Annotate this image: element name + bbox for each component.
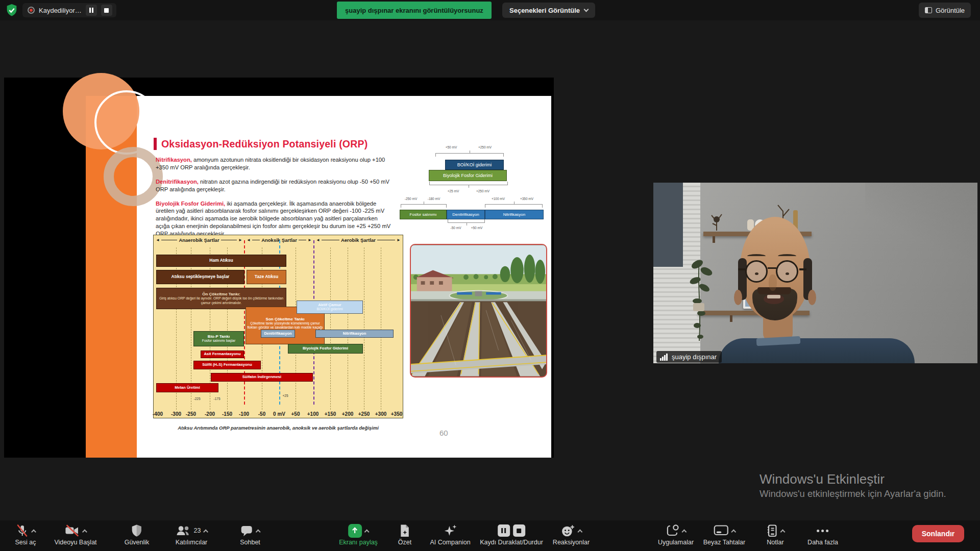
- end-meeting-button[interactable]: Sonlandır: [912, 525, 964, 542]
- camera-muted-icon: [64, 524, 80, 537]
- record-icon: [28, 7, 35, 14]
- audio-level-icon: [660, 353, 668, 361]
- toolbar-item-notes[interactable]: Notlar: [766, 523, 785, 546]
- chevron-down-icon: [584, 7, 589, 12]
- toolbar-item-audio[interactable]: Sesi aç: [15, 523, 36, 546]
- toolbar-item-reactions[interactable]: Reaksiyonlar: [553, 523, 590, 546]
- toolbar-item-summary[interactable]: Özet: [398, 523, 411, 546]
- title-accent-bar: [154, 138, 157, 150]
- presentation-slide: Oksidasyon-Redüksiyon Potansiyeli (ORP) …: [86, 96, 551, 458]
- slide-body-text: Nitrifikasyon, amonyum azotunun nitrata …: [156, 156, 391, 244]
- axis-tick: -150: [222, 411, 232, 417]
- threshold-label: +25: [282, 394, 288, 397]
- range-bar: Nitrifikasyon: [485, 210, 544, 219]
- bracket: [435, 153, 504, 154]
- axis-tick: +100: [307, 411, 319, 417]
- axis-tick: +200: [342, 411, 354, 417]
- chat-chevron[interactable]: [256, 529, 261, 534]
- range-bar: Biyolojik Fosfor Giderimi: [429, 170, 507, 181]
- chart-bar: Denitrifikasyon: [261, 330, 295, 338]
- toolbar-item-video[interactable]: Videoyu Başlat: [54, 523, 96, 546]
- toolbar-item-record-controls[interactable]: Kaydı Duraklat/Durdur: [480, 523, 543, 546]
- view-options-button[interactable]: Seçenekleri Görüntüle: [502, 3, 595, 18]
- threshold-label: -225: [193, 397, 200, 400]
- range-label: -180 mV: [428, 197, 440, 201]
- range-label: +250 mV: [476, 189, 489, 193]
- encryption-shield-icon[interactable]: [5, 4, 18, 17]
- windows-activation-watermark: Windows'u Etkinleştir: [760, 471, 885, 487]
- decorative-ring: [104, 147, 163, 206]
- chart-bar: Sülfit (H₂S) Fermantasyonu: [193, 361, 261, 369]
- shield-icon: [131, 524, 143, 537]
- toolbar-item-ai-companion[interactable]: AI Companion: [430, 523, 470, 546]
- apps-icon: [666, 524, 679, 537]
- zone-header: ◄Anaerobik Şartlar►: [156, 237, 242, 243]
- layout-view-icon: [925, 7, 932, 13]
- stop-recording-button[interactable]: [101, 5, 112, 16]
- axis-tick: -100: [239, 411, 249, 417]
- apps-chevron[interactable]: [682, 529, 687, 534]
- reactions-icon: [560, 524, 575, 538]
- audio-options-chevron[interactable]: [31, 529, 36, 534]
- range-label: -50 mV: [451, 226, 461, 230]
- toolbar-item-share-screen[interactable]: Ekranı paylaş: [339, 523, 378, 546]
- chart-bar: Bio-P TankıFosfor salınımı başlar: [193, 331, 244, 346]
- range-bar: Denitrifikasyon: [447, 210, 485, 219]
- glasses: [744, 260, 806, 285]
- paragraph: Denitrifikasyon, nitratın azot gazına in…: [156, 178, 391, 193]
- screen-share-banner: şuayip dışpınar ekranını görüntülüyorsun…: [337, 2, 492, 19]
- more-dots-icon: [817, 530, 828, 532]
- video-options-chevron[interactable]: [82, 529, 87, 534]
- chart-bar: Nitrifikasyon: [315, 330, 394, 338]
- whiteboards-chevron[interactable]: [731, 529, 736, 534]
- range-label: +250 mV: [478, 145, 492, 149]
- toolbar-item-security[interactable]: Güvenlik: [125, 523, 150, 546]
- notes-chevron[interactable]: [780, 529, 786, 534]
- threshold-label: -175: [213, 397, 220, 400]
- paragraph: Biyolojik Fosfor Giderimi, iki aşamada g…: [156, 200, 391, 238]
- view-button[interactable]: Görüntüle: [919, 3, 971, 18]
- chart-bar: Metan Üretimi: [156, 383, 218, 392]
- range-label: -250 mV: [405, 197, 418, 201]
- toolbar-item-more[interactable]: Daha fazla: [807, 523, 838, 546]
- pause-recording-button[interactable]: [86, 5, 97, 16]
- pause-record-icon[interactable]: [498, 524, 510, 537]
- participant-figure: [715, 213, 919, 363]
- participant-count-badge: 23: [194, 527, 201, 534]
- participants-chevron[interactable]: [203, 529, 208, 534]
- shared-screen-area: Oksidasyon-Redüksiyon Potansiyeli (ORP) …: [4, 78, 554, 458]
- axis-tick: -400: [153, 411, 163, 417]
- toolbar-item-apps[interactable]: Uygulamalar: [658, 523, 694, 546]
- zoom-meeting-window: Kaydediliyor… şuayip dışpınar ekranını g…: [0, 0, 980, 551]
- bracket: [401, 204, 447, 205]
- range-label: +25 mV: [448, 189, 459, 193]
- axis-tick: -50: [258, 411, 265, 417]
- participants-icon: [176, 524, 191, 537]
- orp-range-diagram: +50 mV +250 mV BOİ/KOİ giderimi Biyoloji…: [400, 144, 550, 234]
- recording-indicator: Kaydediliyor…: [22, 3, 116, 17]
- recording-label: Kaydediliyor…: [39, 7, 82, 14]
- axis-tick: 0 mV: [273, 411, 285, 417]
- toolbar-item-chat[interactable]: Sohbet: [240, 523, 260, 546]
- reactions-chevron[interactable]: [577, 529, 582, 534]
- axis-tick: -200: [205, 411, 215, 417]
- share-screen-icon: [348, 524, 362, 538]
- toolbar-item-participants[interactable]: 23 Katılımcılar: [176, 523, 208, 546]
- share-options-chevron[interactable]: [364, 529, 370, 534]
- participant-video-tile[interactable]: şuayip dışpınar: [653, 183, 977, 363]
- summary-doc-icon: [399, 524, 410, 538]
- chart-bar: Sülfatın İndirgenmesi: [211, 373, 313, 382]
- axis-tick: +150: [325, 411, 336, 417]
- toolbar-item-whiteboards[interactable]: Beyaz Tahtalar: [703, 523, 745, 546]
- treatment-plant-photo: [410, 244, 547, 378]
- slide-title: Oksidasyon-Redüksiyon Potansiyeli (ORP): [161, 138, 368, 150]
- chart-bar: Atıksu septikleşmeye başlar: [156, 270, 244, 284]
- chart-caption: Atıksu Arıtımında ORP parametresinin ana…: [153, 425, 403, 431]
- orp-conditions-chart: ◄Anaerobik Şartlar► ◄Anoksik Şartlar► ◄A…: [153, 235, 403, 418]
- zone-header: ◄Aerobik Şartlar►: [316, 237, 401, 243]
- stop-record-icon[interactable]: [513, 524, 525, 537]
- range-bar: BOİ/KOİ giderimi: [445, 160, 504, 170]
- ai-companion-icon: [443, 524, 457, 538]
- bracket: [448, 222, 485, 223]
- whiteboard-icon: [714, 524, 729, 537]
